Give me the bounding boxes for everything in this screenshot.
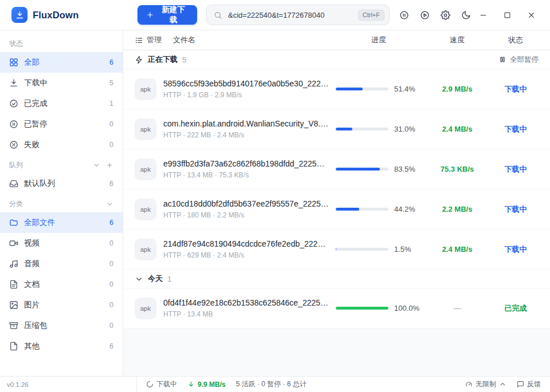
close-button[interactable]	[522, 6, 540, 23]
progress-percent: 100.0%	[394, 304, 422, 312]
status-items: 全部 6 下载中 5 已完成 1 已暂停	[0, 52, 123, 155]
manage-button[interactable]: 管理	[135, 35, 162, 45]
downloading-rows: apk 58596cc5f93eb5bd9140176e0a0b5e30_222…	[123, 69, 550, 270]
theme-toggle-button[interactable]	[457, 6, 474, 23]
sidebar-item[interactable]: 视频 0	[0, 233, 123, 254]
speed-limit-control[interactable]: 无限制	[465, 379, 506, 389]
sidebar-item[interactable]: 音频 0	[0, 254, 123, 274]
progress-cell: 51.4%	[336, 85, 422, 93]
progress-percent: 51.4%	[394, 85, 422, 93]
pause-all-button[interactable]: 全部暂停	[498, 55, 539, 65]
sidebar-item-count: 0	[109, 322, 113, 330]
download-speed: 75.3 KB/s	[429, 165, 486, 173]
download-row[interactable]: apk com.hexin.plat.android.WanlianSecuri…	[123, 109, 550, 149]
sidebar-item-count: 0	[109, 280, 113, 288]
queue-icon	[9, 179, 18, 188]
download-speed: 2.9 MB/s	[429, 85, 486, 93]
new-download-button[interactable]: 新建下载	[138, 5, 197, 25]
add-queue-icon[interactable]	[106, 161, 113, 169]
group-title: 今天	[148, 274, 163, 284]
sidebar-item[interactable]: 文档 0	[0, 274, 123, 295]
section-title-text: 分类	[9, 199, 23, 209]
search-input[interactable]	[227, 10, 353, 20]
file-type-badge: apk	[135, 239, 156, 260]
sidebar-item[interactable]: 压缩包 0	[0, 315, 123, 336]
download-row[interactable]: apk e993ffb2d3fa73a62c862f68b198dfdd_222…	[123, 149, 550, 189]
chevron-down-icon[interactable]	[93, 161, 100, 169]
download-speed: 2.4 MB/s	[429, 245, 486, 254]
progress-bar-fill	[336, 248, 336, 251]
sidebar-item-label: 已完成	[24, 98, 104, 109]
file-type-badge: apk	[135, 298, 156, 319]
file-name: 214df87e94c8190494cdcdce76fe2edb_22254..…	[163, 239, 329, 248]
maximize-button[interactable]	[498, 6, 516, 23]
sidebar-item[interactable]: 其他 6	[0, 336, 123, 357]
progress-cell: 44.2%	[336, 205, 422, 213]
feedback-icon	[517, 381, 524, 388]
download-row[interactable]: apk 214df87e94c8190494cdcdce76fe2edb_222…	[123, 229, 550, 270]
sidebar-item-label: 已暂停	[24, 119, 104, 129]
group-today-header[interactable]: 今天 1	[123, 270, 550, 288]
pause-all-button[interactable]	[395, 6, 412, 23]
download-row[interactable]: apk 58596cc5f93eb5bd9140176e0a0b5e30_222…	[123, 69, 550, 109]
download-status: 已完成	[493, 303, 539, 314]
progress-cell: 1.5%	[336, 245, 422, 254]
sidebar-item-label: 视频	[24, 238, 104, 248]
sidebar-item-count: 0	[109, 239, 113, 247]
sidebar-item[interactable]: 失败 0	[0, 134, 123, 155]
progress-bar-fill	[336, 128, 352, 130]
sidebar: 状态 全部 6 下载中 5 已完成	[0, 30, 123, 376]
progress-bar	[336, 248, 388, 251]
progress-bar-fill	[336, 88, 363, 90]
sidebar-item[interactable]: 下载中 5	[0, 73, 123, 93]
statusbar-state: 下载中	[146, 379, 177, 389]
statusbar-main: 下载中 9.9 MB/s 5 活跃 · 0 暂停 · 6 总计 无限制 反馈	[137, 377, 550, 392]
sidebar-item[interactable]: 已完成 1	[0, 93, 123, 114]
sidebar-item[interactable]: 全部 6	[0, 52, 123, 73]
sidebar-item[interactable]: 已暂停 0	[0, 114, 123, 134]
app-title: FluxDown	[33, 10, 78, 21]
file-meta: HTTP · 629 MB · 2.4 MB/s	[163, 251, 329, 259]
download-status: 下载中	[493, 164, 539, 175]
sidebar-item-count: 6	[109, 58, 113, 66]
sidebar-item-label: 压缩包	[24, 320, 104, 331]
download-status: 下载中	[493, 84, 539, 94]
sidebar-item-count: 0	[109, 141, 113, 149]
progress-bar-fill	[336, 208, 359, 211]
bolt-icon	[135, 56, 143, 64]
sidebar-item-count: 5	[109, 79, 113, 87]
file-name: 58596cc5f93eb5bd9140176e0a0b5e30_2225...	[163, 79, 329, 88]
download-list: 正在下载 5 全部暂停 apk 58596cc5f93eb5bd9140176e…	[123, 50, 550, 376]
statusbar-summary: 5 活跃 · 0 暂停 · 6 总计	[236, 379, 307, 389]
download-icon	[9, 78, 18, 88]
sidebar-item-count: 0	[109, 120, 113, 128]
resume-all-button[interactable]	[416, 6, 433, 23]
chevron-down-icon[interactable]	[106, 200, 113, 208]
section-title-text: 队列	[9, 160, 23, 170]
statusbar: v0.1.26 下载中 9.9 MB/s 5 活跃 · 0 暂停 · 6 总计 …	[0, 376, 550, 392]
app-body: 状态 全部 6 下载中 5 已完成	[0, 30, 550, 376]
minimize-button[interactable]	[474, 6, 492, 23]
progress-bar	[336, 208, 388, 211]
download-row[interactable]: apk 0fd4f1f44e92e18c62b1538c625846ce_222…	[123, 288, 550, 328]
sidebar-item[interactable]: 全部文件 6	[0, 212, 123, 233]
sidebar-item[interactable]: 默认队列 6	[0, 173, 123, 194]
plus-icon	[146, 11, 154, 19]
progress-cell: 100.0%	[336, 304, 422, 312]
document-icon	[9, 280, 18, 289]
sidebar-item-count: 6	[109, 342, 113, 350]
download-row[interactable]: apk ac10cd18dd0bf2dfd5b637ee2f95557e_222…	[123, 189, 550, 229]
search-box[interactable]: Ctrl+F	[206, 5, 390, 25]
file-type-badge: apk	[135, 78, 156, 100]
file-name: 0fd4f1f44e92e18c62b1538c625846ce_22254..…	[163, 298, 329, 307]
file-name: ac10cd18dd0bf2dfd5b637ee2f95557e_22254..…	[163, 199, 329, 208]
sidebar-item-label: 其他	[24, 341, 104, 351]
sidebar-item-label: 图片	[24, 300, 104, 310]
settings-button[interactable]	[437, 6, 454, 23]
group-downloading-header: 正在下载 5 全部暂停	[123, 50, 550, 69]
sidebar-item[interactable]: 图片 0	[0, 295, 123, 315]
progress-bar	[336, 307, 388, 310]
app-version: v0.1.26	[0, 377, 137, 392]
feedback-button[interactable]: 反馈	[517, 379, 541, 389]
queue-items: 默认队列 6	[0, 173, 123, 194]
